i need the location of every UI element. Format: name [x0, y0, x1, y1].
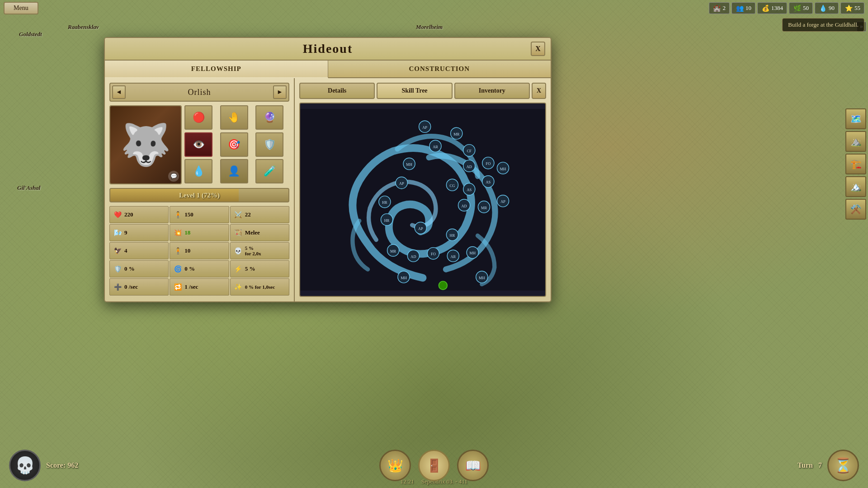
notification-bar: Build a forge at the Guildhall. — [782, 18, 864, 32]
chat-bubble-icon[interactable]: 💬 — [168, 171, 179, 182]
resources-bar: 🏰 2 👥 10 💰 1384 🌿 50 💧 90 ⭐ 55 — [709, 0, 868, 16]
svg-text:HR: HR — [382, 201, 387, 205]
resource-gold: 💰 1384 — [757, 2, 787, 14]
skill-tree-area: AP MR AR CF MH AD FO MH — [299, 103, 546, 297]
score-label: Score: — [46, 461, 66, 469]
svg-text:FO: FO — [431, 252, 436, 256]
tab-fellowship[interactable]: FELLOWSHIP — [105, 61, 328, 78]
top-bar: Menu 🏰 2 👥 10 💰 1384 🌿 50 💧 90 ⭐ 55 — [0, 0, 868, 16]
resource-buildings: 🏰 2 — [709, 2, 730, 14]
character-portrait: 🐺 💬 — [109, 105, 182, 184]
svg-text:HR: HR — [450, 234, 455, 238]
svg-text:MH: MH — [406, 163, 412, 167]
svg-text:AD: AD — [462, 204, 467, 208]
level-bar: Level 1 (72%) — [109, 188, 289, 202]
wind-value: 9 — [124, 229, 127, 236]
hideout-dialog: Hideout X FELLOWSHIP CONSTRUCTION ◄ Orli… — [104, 37, 552, 302]
edge-btn-terrain1[interactable]: ⛰️ — [845, 131, 866, 152]
svg-text:MR: MR — [481, 206, 487, 210]
crown-button[interactable]: 👑 — [379, 450, 411, 481]
stamina-value: 150 — [184, 211, 193, 218]
bottom-bar: 💀 Score: 962 👑 🚪 📖 Turn 7 ⏳ — [0, 443, 868, 488]
equip-slot-orb[interactable]: 🔮 — [255, 105, 283, 130]
stat-dodge: 🌀 0 % — [170, 260, 229, 277]
stat-deathblow: 💀 5 %for 2,0x — [230, 242, 289, 259]
svg-text:MH: MH — [401, 276, 407, 280]
character-selector: ◄ Orlish ► — [109, 83, 289, 102]
turn-value: 7 — [818, 461, 822, 469]
dialog-close-button[interactable]: X — [531, 42, 545, 56]
stats-grid: ❤️ 220 🧍 150 ⚔️ 22 🌬️ 9 💥 18 — [109, 206, 289, 296]
tab-details[interactable]: Details — [299, 83, 375, 99]
attack-icon: ⚔️ — [233, 210, 243, 220]
equip-slot-potion[interactable]: 🧪 — [255, 159, 283, 183]
door-button[interactable]: 🚪 — [418, 450, 450, 481]
character-name: Orlish — [126, 88, 273, 97]
critchance-value: 5 % — [245, 265, 255, 272]
resource-stars: ⭐ 55 — [840, 2, 864, 14]
equip-slot-skill3[interactable]: 💧 — [184, 159, 212, 183]
buildings-value: 2 — [723, 5, 726, 12]
stat-evade: 🦅 4 — [109, 242, 169, 259]
range-icon: 🏹 — [233, 228, 243, 238]
edge-btn-terrain2[interactable]: 🏔️ — [845, 176, 866, 197]
char-next-button[interactable]: ► — [273, 85, 287, 99]
resource-resources: 🌿 50 — [789, 2, 813, 14]
evade-value: 4 — [124, 247, 127, 254]
svg-text:MR: MR — [453, 132, 459, 136]
mana-value: 90 — [829, 5, 835, 12]
svg-text:AP: AP — [422, 126, 427, 130]
resource-mana: 💧 90 — [815, 2, 839, 14]
equip-slot-skill1[interactable]: 👁️ — [184, 132, 212, 157]
stat-regen: ➕ 0 /sec — [109, 278, 169, 296]
edge-btn-build[interactable]: 🏗️ — [845, 154, 866, 174]
svg-text:AR: AR — [450, 255, 456, 259]
equip-slot-necklace[interactable]: 🔴 — [184, 105, 212, 130]
equip-slot-hand[interactable]: 🤚 — [220, 105, 248, 130]
equip-slot-empty[interactable]: 👤 — [220, 159, 248, 183]
skill-tree-svg: AP MR AR CF MH AD FO MH — [300, 103, 545, 296]
turn-label: Turn — [797, 461, 813, 469]
tab-construction[interactable]: CONSTRUCTION — [328, 61, 551, 77]
svg-text:AD: AD — [467, 165, 472, 169]
book-button[interactable]: 📖 — [457, 450, 489, 481]
char-prev-button[interactable]: ◄ — [112, 85, 126, 99]
deathblow-value: 5 %for 2,0x — [245, 245, 261, 256]
main-tabs: FELLOWSHIP CONSTRUCTION — [105, 61, 551, 78]
wind-icon: 🌬️ — [113, 228, 123, 238]
manaregen-value: 1 /sec — [184, 283, 198, 291]
svg-text:AS: AS — [467, 188, 472, 192]
edge-btn-map[interactable]: 🗺️ — [845, 108, 866, 129]
edge-btn-craft[interactable]: ⚒️ — [845, 199, 866, 220]
left-panel: ◄ Orlish ► 🐺 💬 🔴 🤚 🔮 👁️ 🎯 🛡️ — [105, 78, 295, 301]
tab-skilltree[interactable]: Skill Tree — [377, 83, 452, 99]
special-icon: ✨ — [233, 282, 243, 292]
range-value: Melee — [245, 229, 260, 236]
equip-slot-armor[interactable]: 🛡️ — [255, 132, 283, 157]
gold-value: 1384 — [771, 5, 783, 12]
menu-button[interactable]: Menu — [4, 2, 38, 14]
inner-tabs: Details Skill Tree Inventory X — [299, 83, 546, 99]
svg-text:AR: AR — [433, 145, 438, 149]
regen-value: 0 /sec — [124, 283, 138, 291]
mana-icon: 💧 — [819, 4, 827, 12]
hourglass-button[interactable]: ⏳ — [827, 450, 859, 481]
dodge-icon: 🌀 — [173, 264, 183, 274]
dialog-title: Hideout — [303, 42, 353, 56]
stat-special: ✨ 0 % for 1,0sec — [230, 278, 289, 296]
deathblow-icon: 💀 — [233, 246, 243, 256]
right-edge-panel: 🗺️ ⛰️ 🏗️ 🏔️ ⚒️ — [845, 108, 868, 220]
inner-close-button[interactable]: X — [532, 83, 546, 99]
svg-text:MR: MR — [390, 249, 396, 253]
equip-slot-skill2[interactable]: 🎯 — [220, 132, 248, 157]
crit-icon: 💥 — [173, 228, 183, 238]
stat-health: ❤️ 220 — [109, 206, 169, 223]
skull-button[interactable]: 💀 — [9, 450, 41, 481]
dialog-body: ◄ Orlish ► 🐺 💬 🔴 🤚 🔮 👁️ 🎯 🛡️ — [105, 78, 551, 301]
svg-text:MH: MH — [479, 276, 485, 280]
block-value: 0 % — [124, 265, 135, 272]
tab-inventory[interactable]: Inventory — [454, 83, 530, 99]
attack-value: 22 — [245, 211, 251, 218]
resource-units: 👥 10 — [731, 2, 755, 14]
health-value: 220 — [124, 211, 133, 218]
